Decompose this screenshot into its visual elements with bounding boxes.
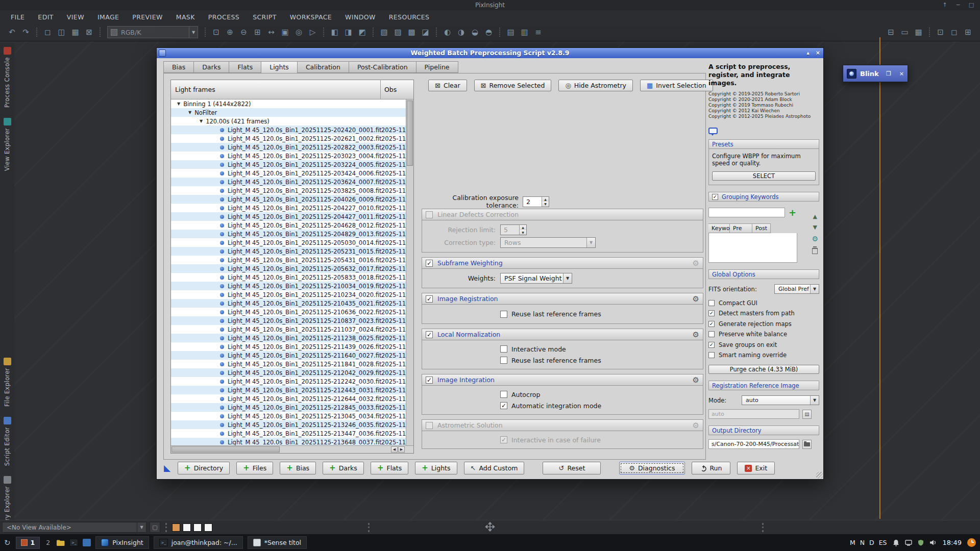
collapse-icon[interactable]: ▼ [177,102,180,106]
keyboard-indicator[interactable]: ES [879,539,887,546]
view-mode-toggle[interactable]: ▢ [150,522,160,533]
light-frame-row[interactable]: Light_M 45_120.0s_Bin1_20251125-204829_0… [171,230,407,238]
astrometric-solution-checkbox[interactable] [426,422,433,429]
move-down-icon[interactable]: ▼ [813,224,817,231]
workspace-swatch[interactable] [193,523,202,532]
light-frame-row[interactable]: Light_M 45_120.0s_Bin1_20251125-212443_0… [171,386,407,394]
tab-calibration[interactable]: Calibration [298,61,349,73]
add-darks-button[interactable]: +Darks [323,462,364,474]
edit-preview-icon[interactable]: ◨ [341,26,355,38]
chevron-down-icon[interactable]: ▼ [810,396,819,405]
workspace-swatch[interactable] [172,523,180,532]
option-checkbox[interactable] [708,321,715,327]
light-frame-row[interactable]: Light_M 45_120.0s_Bin1_20251125-204227_0… [171,204,407,212]
chevron-down-icon[interactable]: ▼ [563,273,572,283]
light-frame-row[interactable]: Light_M 45_120.0s_Bin1_20251125-203023_0… [171,152,407,160]
menu-process[interactable]: PROCESS [202,13,246,21]
keyboard-indicator[interactable]: M [850,539,855,546]
keyword-input[interactable] [708,208,785,217]
spin-up-icon[interactable]: ▲ [542,197,549,202]
keyword-column-post[interactable]: Post [752,223,771,233]
option-preserve-white-balance[interactable]: Preserve white balance [708,330,819,340]
chevron-down-icon[interactable]: ▼ [137,522,146,532]
exit-button[interactable]: ×Exit [737,462,775,474]
keyword-column-keyword[interactable]: Keyword [708,223,730,233]
menu-resources[interactable]: RESOURCES [382,13,436,21]
fits-orientation-select[interactable]: Global Pref ▼ [774,284,819,294]
task-pixinsight[interactable]: PixInsight [95,536,149,549]
add-lights-button[interactable]: +Lights [415,462,457,474]
light-frame-row[interactable]: Light_M 45_120.0s_Bin1_20251125-203825_0… [171,186,407,195]
toolbar-grip[interactable] [762,523,764,532]
crop-icon[interactable]: ▣ [278,26,292,38]
add-custom-button[interactable]: ↖Add Custom [464,462,525,474]
fit-view-icon[interactable]: ⊡ [209,26,223,38]
shield-icon[interactable] [918,539,924,546]
add-flats-button[interactable]: +Flats [371,462,408,474]
hide-astrometry-button[interactable]: ◎Hide Astrometry [558,80,633,91]
subframe-weighting-checkbox[interactable] [426,260,433,267]
zoom-in-icon[interactable]: ⊕ [223,26,237,38]
column-light-frames[interactable]: Light frames [175,86,215,93]
light-frame-row[interactable]: Light_M 45_120.0s_Bin1_20251125-210636_0… [171,308,407,316]
tab-lights[interactable]: Lights [261,61,298,73]
monitor-primary-icon[interactable]: ⊟ [884,26,898,38]
add-directory-button[interactable]: +Directory [178,462,230,474]
display-1-icon[interactable]: ⊡ [934,26,947,38]
light-frame-row[interactable]: Light_M 45_120.0s_Bin1_20251125-211640_0… [171,351,407,360]
menu-window[interactable]: WINDOW [338,13,382,21]
presets-select-button[interactable]: SELECT [712,171,816,181]
workspace-swatch[interactable] [204,523,212,532]
zoom-out-icon[interactable]: ⊖ [237,26,251,38]
remove-selected-button[interactable]: ⊠Remove Selected [474,80,552,91]
enable-mask-icon[interactable]: ▨ [391,26,405,38]
screen-layout-1-icon[interactable]: ▤ [504,26,518,38]
add-keyword-icon[interactable]: + [789,208,796,217]
column-obs[interactable]: Obs [384,80,405,99]
menu-file[interactable]: FILE [4,13,31,21]
invert-selection-button[interactable]: ▦Invert Selection [640,80,713,91]
light-frame-row[interactable]: Light_M 45_120.0s_Bin1_20251125-202822_0… [171,143,407,152]
task-editor[interactable]: *Sense títol [248,536,307,549]
tab-flats[interactable]: Flats [229,61,261,73]
show-mask-icon[interactable]: ▧ [377,26,391,38]
light-frame-row[interactable]: Light_M 45_120.0s_Bin1_20251125-212845_0… [171,403,407,412]
workspace-swatch[interactable] [183,523,191,532]
light-frame-row[interactable]: Light_M 45_120.0s_Bin1_20251125-210837_0… [171,316,407,325]
light-frame-row[interactable]: Light_M 45_120.0s_Bin1_20251125-204628_0… [171,221,407,230]
keyword-settings-icon[interactable]: ⚙ [812,235,818,243]
files-launcher[interactable] [56,539,65,546]
option-compact-gui[interactable]: Compact GUI [708,298,819,308]
toolbar-grip[interactable] [368,523,370,532]
option-smart-naming-override[interactable]: Smart naming override [708,350,819,361]
light-frame-row[interactable]: Light_M 45_120.0s_Bin1_20251125-211037_0… [171,325,407,334]
keyword-column-pre[interactable]: Pre [730,223,752,233]
light-frame-row[interactable]: Light_M 45_120.0s_Bin1_20251125-205833_0… [171,273,407,282]
menu-mask[interactable]: MASK [169,13,202,21]
gear-icon[interactable]: ⚙ [693,375,699,385]
blink-window[interactable]: Blink ❒ × [843,65,908,82]
light-frame-row[interactable]: Light_M 45_120.0s_Bin1_20251125-205231_0… [171,247,407,256]
resize-grip[interactable] [816,472,823,479]
mask-color-icon[interactable]: ◪ [419,26,432,38]
diagnostics-button[interactable]: ⚙Diagnostics [619,462,684,474]
clock-icon[interactable] [967,538,976,547]
light-frame-row[interactable]: Light_M 45_120.0s_Bin1_20251125-203624_0… [171,178,407,186]
light-frame-row[interactable]: Light_M 45_120.0s_Bin1_20251125-202420_0… [171,126,407,134]
option-checkbox[interactable] [708,300,715,306]
maximize-icon[interactable]: □ [968,0,975,10]
invert-mask-icon[interactable]: ▩ [405,26,419,38]
run-button[interactable]: Run [692,462,731,474]
scroll-right-icon[interactable]: ▶ [398,446,405,453]
readout-icon[interactable]: ◎ [292,26,306,38]
redo-icon[interactable]: ↷ [19,26,33,38]
light-frame-row[interactable]: Light_M 45_120.0s_Bin1_20251125-204427_0… [171,212,407,221]
clock-text[interactable]: 18:49 [943,539,962,546]
tree-group-filter[interactable]: ▼NoFilter [171,108,407,117]
light-frame-row[interactable]: Light_M 45_120.0s_Bin1_20251125-203224_0… [171,160,407,169]
light-frame-row[interactable]: Light_M 45_120.0s_Bin1_20251125-204026_0… [171,195,407,204]
light-frame-row[interactable]: Light_M 45_120.0s_Bin1_20251125-202621_0… [171,134,407,143]
monitor-secondary-icon[interactable]: ▭ [898,26,912,38]
option-detect-masters-from-path[interactable]: Detect masters from path [708,309,819,319]
screen-list-icon[interactable]: ≡ [531,26,545,38]
